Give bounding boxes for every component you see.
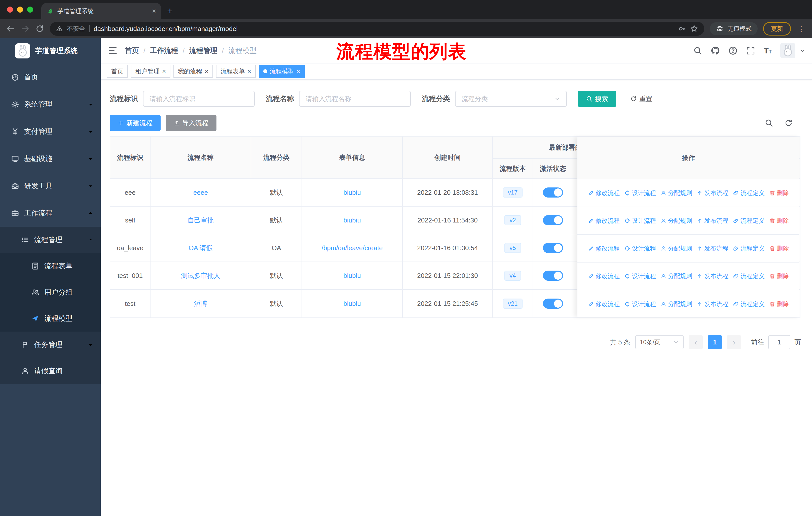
- avatar[interactable]: [780, 43, 795, 58]
- row-action-publish-process[interactable]: 发布流程: [697, 217, 728, 225]
- version-tag[interactable]: v4: [504, 271, 521, 281]
- sidebar-item-8[interactable]: 用户分组: [0, 279, 101, 305]
- password-key-icon[interactable]: [678, 25, 686, 33]
- status-toggle[interactable]: [543, 187, 563, 197]
- toggle-search-icon[interactable]: [765, 119, 773, 127]
- row-action-edit-process[interactable]: 修改流程: [588, 272, 620, 280]
- tag-item-4[interactable]: 流程模型×: [259, 65, 305, 78]
- row-action-assign-rule[interactable]: 分配规则: [661, 244, 692, 252]
- close-icon[interactable]: ×: [247, 68, 251, 75]
- version-tag[interactable]: v5: [504, 243, 521, 253]
- breadcrumb-home[interactable]: 首页: [125, 46, 139, 55]
- row-action-edit-process[interactable]: 修改流程: [588, 244, 620, 252]
- category-select[interactable]: 流程分类: [455, 91, 567, 107]
- close-icon[interactable]: ×: [162, 68, 166, 75]
- sidebar-item-1[interactable]: 系统管理: [0, 91, 101, 118]
- address-bar[interactable]: 不安全 dashboard.yudao.iocoder.cn/bpm/manag…: [50, 22, 704, 36]
- form-link[interactable]: biubiu: [343, 216, 361, 224]
- tag-item-3[interactable]: 流程表单×: [216, 65, 256, 78]
- process-name-input[interactable]: [299, 91, 411, 107]
- status-toggle[interactable]: [543, 299, 563, 309]
- bookmark-star-icon[interactable]: [690, 25, 698, 33]
- row-action-design-process[interactable]: 设计流程: [624, 300, 656, 308]
- breadcrumb-workflow[interactable]: 工作流程: [150, 46, 178, 55]
- tag-item-0[interactable]: 首页: [107, 65, 128, 78]
- process-name-link[interactable]: eeee: [193, 189, 208, 196]
- page-size-select[interactable]: 10条/页: [635, 335, 684, 349]
- row-action-delete-process[interactable]: 删除: [769, 272, 789, 280]
- close-icon[interactable]: ×: [205, 68, 208, 75]
- browser-menu-icon[interactable]: ⋮: [796, 24, 806, 33]
- status-toggle[interactable]: [543, 243, 563, 253]
- form-link[interactable]: biubiu: [343, 272, 361, 280]
- form-link[interactable]: biubiu: [343, 300, 361, 308]
- row-action-delete-process[interactable]: 删除: [769, 189, 789, 197]
- row-action-edit-process[interactable]: 修改流程: [588, 217, 620, 225]
- sidebar-item-7[interactable]: 流程表单: [0, 253, 101, 279]
- row-action-process-definition[interactable]: 流程定义: [733, 244, 765, 252]
- sidebar-item-3[interactable]: 基础设施: [0, 145, 101, 172]
- tag-item-1[interactable]: 租户管理×: [131, 65, 170, 78]
- version-tag[interactable]: v2: [504, 215, 521, 225]
- search-button[interactable]: 搜索: [578, 91, 616, 107]
- goto-page-input[interactable]: [768, 335, 790, 349]
- tag-item-2[interactable]: 我的流程×: [173, 65, 213, 78]
- sidebar-item-10[interactable]: 任务管理: [0, 332, 101, 358]
- current-page-button[interactable]: 1: [708, 335, 722, 349]
- row-action-delete-process[interactable]: 删除: [769, 244, 789, 252]
- row-action-delete-process[interactable]: 删除: [769, 300, 789, 308]
- row-action-design-process[interactable]: 设计流程: [624, 272, 656, 280]
- row-action-process-definition[interactable]: 流程定义: [733, 217, 765, 225]
- version-tag[interactable]: v17: [503, 187, 523, 197]
- row-action-assign-rule[interactable]: 分配规则: [661, 217, 692, 225]
- row-action-design-process[interactable]: 设计流程: [624, 244, 656, 252]
- tab-close-icon[interactable]: ×: [152, 7, 156, 15]
- maximize-window-button[interactable]: [27, 6, 33, 12]
- process-name-link[interactable]: 滔博: [194, 299, 207, 308]
- row-action-assign-rule[interactable]: 分配规则: [661, 272, 692, 280]
- reset-button[interactable]: 重置: [622, 91, 661, 107]
- version-tag[interactable]: v21: [503, 299, 523, 309]
- sidebar-item-0[interactable]: 首页: [0, 63, 101, 91]
- refresh-table-icon[interactable]: [784, 119, 793, 127]
- row-action-process-definition[interactable]: 流程定义: [733, 272, 765, 280]
- minimize-window-button[interactable]: [17, 6, 23, 12]
- font-size-icon[interactable]: TT: [764, 47, 772, 55]
- back-button[interactable]: [6, 24, 15, 33]
- help-icon[interactable]: [728, 46, 737, 55]
- process-key-input[interactable]: [143, 91, 255, 107]
- github-icon[interactable]: [711, 46, 720, 55]
- row-action-assign-rule[interactable]: 分配规则: [661, 300, 692, 308]
- row-action-edit-process[interactable]: 修改流程: [588, 189, 620, 197]
- import-process-button[interactable]: 导入流程: [166, 115, 216, 131]
- close-icon[interactable]: ×: [296, 68, 300, 75]
- fullscreen-icon[interactable]: [746, 46, 755, 55]
- process-name-link[interactable]: 测试多审批人: [181, 271, 220, 280]
- row-action-design-process[interactable]: 设计流程: [624, 217, 656, 225]
- row-action-publish-process[interactable]: 发布流程: [697, 272, 728, 280]
- sidebar-item-9[interactable]: 流程模型: [0, 305, 101, 332]
- next-page-button[interactable]: ›: [727, 335, 741, 349]
- reload-button[interactable]: [35, 24, 44, 33]
- breadcrumb-process-management[interactable]: 流程管理: [189, 46, 218, 55]
- status-toggle[interactable]: [543, 271, 563, 281]
- row-action-edit-process[interactable]: 修改流程: [588, 300, 620, 308]
- create-process-button[interactable]: 新建流程: [110, 115, 161, 131]
- sidebar-item-5[interactable]: 工作流程: [0, 199, 101, 227]
- app-logo[interactable]: 芋道管理系统: [0, 38, 101, 63]
- new-tab-button[interactable]: +: [167, 6, 173, 16]
- row-action-process-definition[interactable]: 流程定义: [733, 300, 765, 308]
- update-button[interactable]: 更新: [763, 22, 791, 35]
- sidebar-item-4[interactable]: 研发工具: [0, 172, 101, 199]
- search-icon[interactable]: [693, 46, 702, 55]
- row-action-delete-process[interactable]: 删除: [769, 217, 789, 225]
- row-action-publish-process[interactable]: 发布流程: [697, 189, 728, 197]
- row-action-assign-rule[interactable]: 分配规则: [661, 189, 692, 197]
- close-window-button[interactable]: [7, 6, 13, 12]
- form-link[interactable]: /bpm/oa/leave/create: [322, 244, 383, 252]
- sidebar-item-11[interactable]: 请假查询: [0, 358, 101, 384]
- forward-button[interactable]: [21, 24, 30, 33]
- sidebar-toggle-icon[interactable]: [108, 46, 118, 56]
- row-action-design-process[interactable]: 设计流程: [624, 189, 656, 197]
- row-action-process-definition[interactable]: 流程定义: [733, 189, 765, 197]
